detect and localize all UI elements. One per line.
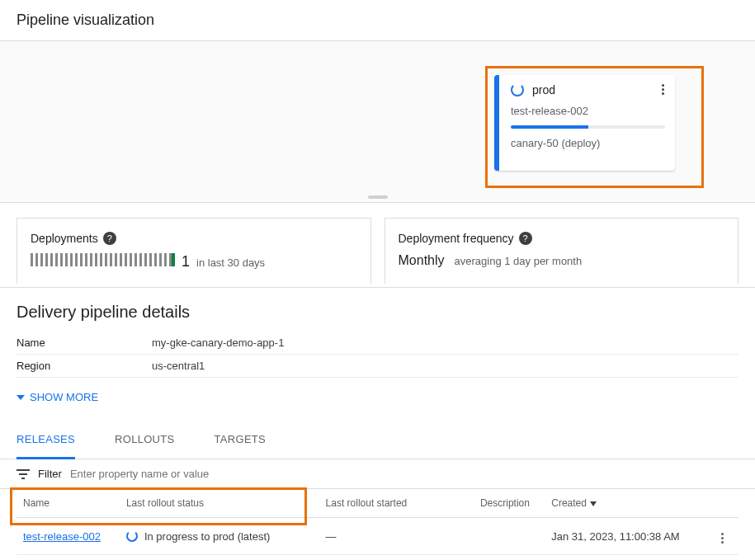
tab-targets[interactable]: TARGETS — [215, 421, 267, 459]
filter-input[interactable] — [70, 468, 738, 480]
tab-releases[interactable]: RELEASES — [17, 421, 75, 459]
metric-deployments: Deployments ? 1 in last 30 days — [17, 218, 371, 284]
filter-icon — [17, 469, 30, 479]
details-row: Name my-gke-canary-demo-app-1 — [17, 332, 738, 355]
column-header[interactable]: Description — [474, 489, 545, 518]
sparkline-chart — [31, 253, 175, 266]
frequency-suffix: averaging 1 day per month — [455, 255, 583, 267]
help-icon[interactable]: ? — [519, 232, 532, 245]
table-row: test-release-002In progress to prod (lat… — [17, 518, 738, 555]
deployments-suffix: in last 30 days — [196, 256, 265, 269]
spinner-icon — [126, 530, 138, 542]
stage-phase: canary-50 (deploy) — [511, 137, 665, 149]
more-vert-icon[interactable] — [655, 82, 670, 96]
metric-title-label: Deployments — [31, 232, 98, 245]
details-row-value: my-gke-canary-demo-app-1 — [152, 336, 284, 349]
details-heading: Delivery pipeline details — [17, 303, 738, 322]
show-more-button[interactable]: SHOW MORE — [17, 386, 98, 408]
details-row-value: us-central1 — [152, 360, 205, 372]
filter-label: Filter — [38, 468, 62, 480]
frequency-value: Monthly — [399, 253, 445, 268]
details-row: Region us-central1 — [17, 355, 738, 378]
stage-release-name: test-release-002 — [511, 105, 665, 117]
pipeline-visualization-canvas: prod test-release-002 canary-50 (deploy) — [0, 41, 755, 203]
details-row-label: Name — [17, 336, 152, 349]
more-vert-icon[interactable] — [718, 529, 727, 547]
table-row: test-release-001Successfully deployed to… — [17, 555, 738, 561]
column-header[interactable]: Last rollout status — [120, 489, 319, 518]
created-cell: Jan 30, 2023, 3:07:35 PM — [545, 555, 705, 561]
details-row-label: Region — [17, 360, 152, 372]
chevron-down-icon — [17, 395, 25, 400]
metric-title-label: Deployment frequency — [399, 232, 514, 245]
stage-name: prod — [532, 83, 555, 96]
rollout-status-text: In progress to prod (latest) — [144, 530, 270, 543]
column-header-actions — [705, 489, 738, 518]
created-cell: Jan 31, 2023, 11:00:38 AM — [545, 518, 705, 555]
help-icon[interactable]: ? — [103, 232, 116, 245]
metric-frequency: Deployment frequency ? Monthly averaging… — [385, 218, 739, 284]
last-rollout-started: — — [319, 518, 474, 555]
resize-handle-icon[interactable] — [368, 195, 388, 199]
show-more-label: SHOW MORE — [30, 391, 98, 403]
tab-rollouts[interactable]: ROLLOUTS — [115, 421, 174, 459]
column-header[interactable]: Name — [17, 489, 120, 518]
description-cell — [474, 555, 545, 561]
releases-table: NameLast rollout statusLast rollout star… — [17, 489, 738, 560]
pipeline-stage-card-prod[interactable]: prod test-release-002 canary-50 (deploy) — [494, 75, 675, 171]
progress-bar — [511, 125, 665, 129]
column-header[interactable]: Created — [545, 489, 705, 518]
deployments-count: 1 — [182, 253, 190, 271]
page-title: Pipeline visualization — [0, 0, 755, 41]
column-header[interactable]: Last rollout started — [319, 489, 474, 518]
description-cell — [474, 518, 545, 555]
spinner-icon — [511, 83, 524, 96]
release-name-link[interactable]: test-release-002 — [23, 530, 101, 543]
last-rollout-started: Jan 30, 2023, 4:54:33 PM — [319, 555, 474, 561]
sort-desc-icon — [590, 501, 597, 506]
